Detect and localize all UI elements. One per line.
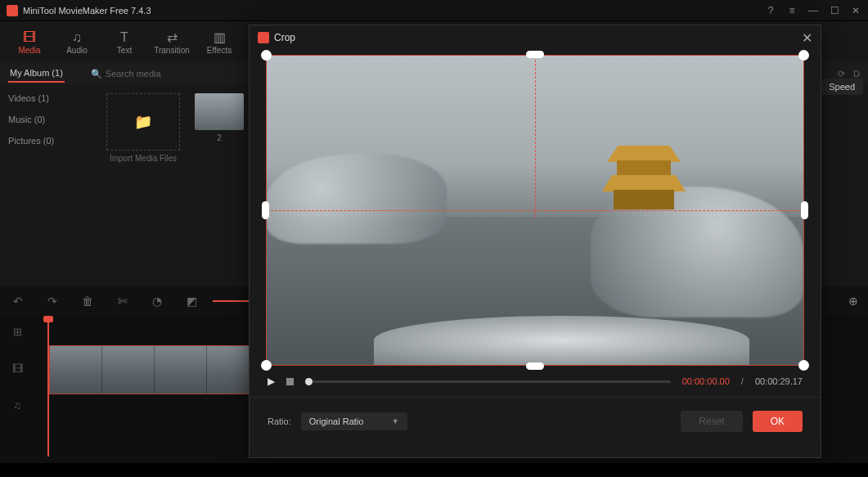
ratio-value: Original Ratio bbox=[309, 416, 364, 426]
tab-audio[interactable]: ♫ Audio bbox=[56, 22, 98, 61]
tab-transition[interactable]: ⇄ Transition bbox=[151, 22, 193, 61]
ok-button[interactable]: OK bbox=[753, 411, 803, 432]
audio-track-icon: ♫ bbox=[13, 399, 21, 412]
close-dialog-icon[interactable]: ✕ bbox=[802, 30, 812, 46]
thumb-label: 2 bbox=[217, 133, 222, 142]
app-logo-icon bbox=[7, 5, 18, 16]
crop-handle-bl[interactable] bbox=[261, 360, 272, 371]
pagoda-graphic bbox=[599, 146, 689, 219]
time-current: 00:00:00.00 bbox=[682, 376, 730, 386]
split-icon[interactable]: ✄ bbox=[118, 295, 128, 308]
crop-handle-bottom[interactable] bbox=[526, 362, 544, 370]
tab-label: Media bbox=[18, 46, 40, 55]
search-icon: 🔍 bbox=[91, 69, 102, 79]
tab-media[interactable]: 🎞 Media bbox=[8, 22, 51, 61]
text-icon: T bbox=[120, 29, 128, 46]
media-icon: 🎞 bbox=[23, 29, 36, 46]
dialog-title: Crop bbox=[274, 32, 295, 43]
media-side-panel: Videos (1) Music (0) Pictures (0) bbox=[0, 85, 98, 286]
side-videos[interactable]: Videos (1) bbox=[8, 93, 90, 103]
dialog-header: Crop ✕ bbox=[250, 25, 821, 50]
tab-label: Audio bbox=[66, 46, 88, 55]
play-icon[interactable]: ▶ bbox=[268, 376, 275, 387]
menu-icon[interactable]: ≡ bbox=[786, 5, 798, 16]
delete-icon[interactable]: 🗑 bbox=[82, 295, 93, 308]
crop-preview[interactable] bbox=[266, 55, 804, 366]
transition-icon: ⇄ bbox=[167, 29, 178, 46]
player-bar: ▶ 00:00:00.00 / 00:00:29.17 bbox=[250, 372, 821, 390]
dialog-logo-icon bbox=[258, 32, 269, 43]
import-media-button[interactable]: 📁 bbox=[106, 93, 180, 151]
reset-button[interactable]: Reset bbox=[681, 411, 742, 432]
dialog-footer: Ratio: Original Ratio ▼ Reset OK bbox=[250, 404, 821, 443]
crop-tool-icon[interactable]: ◩ bbox=[187, 295, 197, 308]
import-label: Import Media Files bbox=[106, 154, 180, 163]
time-total: 00:00:29.17 bbox=[755, 376, 803, 386]
tab-label: Text bbox=[117, 46, 132, 55]
add-clip-icon[interactable]: ⊞ bbox=[13, 326, 22, 338]
crop-handle-right[interactable] bbox=[801, 201, 808, 219]
effects-icon: ▥ bbox=[214, 29, 226, 46]
undo-icon[interactable]: ↶ bbox=[13, 295, 23, 308]
seek-bar[interactable] bbox=[305, 380, 671, 383]
help-icon[interactable]: ? bbox=[765, 5, 776, 16]
side-pictures[interactable]: Pictures (0) bbox=[8, 136, 90, 146]
tab-text[interactable]: T Text bbox=[103, 22, 146, 61]
crop-handle-br[interactable] bbox=[798, 360, 809, 371]
speed-button[interactable]: Speed bbox=[821, 79, 863, 95]
crop-handle-top[interactable] bbox=[526, 51, 544, 58]
crop-stage[interactable] bbox=[266, 55, 804, 366]
speed-tool-icon[interactable]: ◔ bbox=[152, 295, 162, 308]
video-clip[interactable] bbox=[49, 345, 260, 394]
search-media[interactable]: 🔍 Search media bbox=[91, 69, 161, 79]
stop-icon[interactable] bbox=[286, 378, 294, 385]
tab-label: Effects bbox=[207, 46, 232, 55]
download-icon[interactable]: D bbox=[853, 69, 860, 79]
add-track-icon[interactable]: ⊕ bbox=[848, 295, 858, 308]
crop-handle-tr[interactable] bbox=[798, 50, 809, 61]
crop-handle-left[interactable] bbox=[262, 201, 269, 219]
chevron-down-icon: ▼ bbox=[392, 417, 399, 425]
audio-icon: ♫ bbox=[72, 29, 82, 46]
app-title: MiniTool MovieMaker Free 7.4.3 bbox=[23, 6, 765, 16]
title-bar: MiniTool MovieMaker Free 7.4.3 ? ≡ — ☐ ✕ bbox=[0, 0, 868, 21]
maximize-icon[interactable]: ☐ bbox=[829, 5, 840, 16]
side-music[interactable]: Music (0) bbox=[8, 115, 90, 124]
redo-icon[interactable]: ↷ bbox=[47, 295, 57, 308]
crop-dialog: Crop ✕ ▶ 00:00:00.00 / 00:00:29.17 Ratio… bbox=[249, 25, 821, 458]
seek-thumb[interactable] bbox=[305, 378, 313, 385]
media-thumbnail[interactable] bbox=[195, 93, 244, 130]
tab-effects[interactable]: ▥ Effects bbox=[198, 22, 241, 61]
close-window-icon[interactable]: ✕ bbox=[850, 5, 861, 16]
ratio-select[interactable]: Original Ratio ▼ bbox=[301, 412, 407, 430]
video-track-icon: 🎞 bbox=[12, 362, 23, 375]
refresh-icon[interactable]: ⟳ bbox=[838, 69, 845, 79]
crop-handle-tl[interactable] bbox=[261, 50, 272, 61]
minimize-icon[interactable]: — bbox=[807, 5, 819, 16]
album-tab[interactable]: My Album (1) bbox=[8, 65, 65, 83]
tab-label: Transition bbox=[154, 46, 190, 55]
ratio-label: Ratio: bbox=[268, 416, 291, 426]
folder-icon: 📁 bbox=[134, 113, 152, 131]
search-placeholder: Search media bbox=[106, 69, 161, 79]
time-separator: / bbox=[741, 376, 744, 386]
